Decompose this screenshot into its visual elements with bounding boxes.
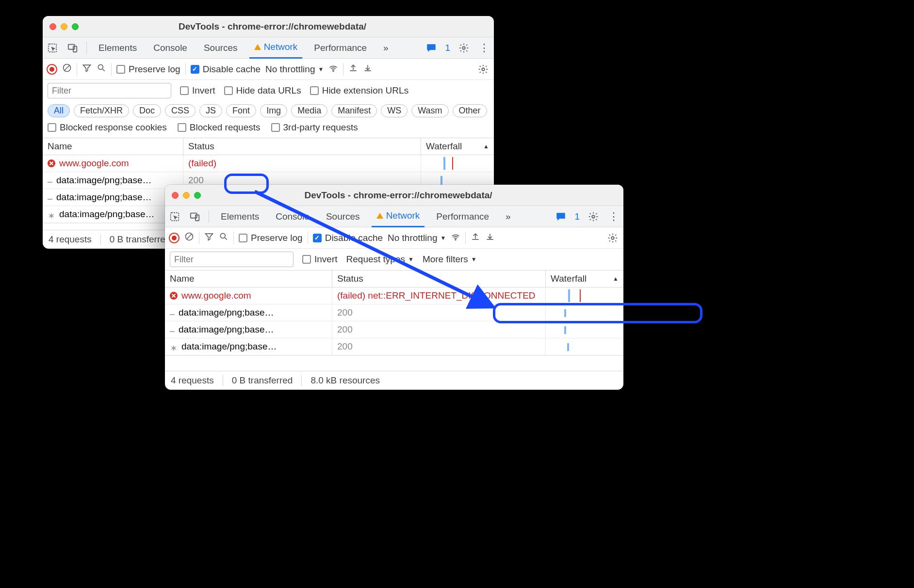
hide-data-urls-checkbox[interactable]: Hide data URLs [224,85,301,96]
blocked-requests-checkbox[interactable]: Blocked requests [178,122,261,133]
col-name[interactable]: Name [43,138,183,155]
tab-sources[interactable]: Sources [199,37,243,59]
record-button[interactable] [47,64,57,75]
close-traffic-button[interactable] [49,23,56,30]
table-row[interactable]: data:image/png;base… 200 [165,304,623,321]
error-icon [170,292,178,300]
search-icon[interactable] [97,63,106,75]
separator [209,210,209,223]
col-waterfall[interactable]: Waterfall▲ [421,138,494,155]
network-settings-icon[interactable] [606,231,620,245]
tab-network[interactable]: Network [372,206,425,227]
tab-performance[interactable]: Performance [309,37,372,59]
filter-icon[interactable] [82,63,92,75]
kebab-menu-icon[interactable]: ⋮ [607,210,620,223]
dataurl-icon [48,182,52,183]
separator [185,63,186,76]
export-har-icon[interactable] [485,232,495,244]
issues-count: 1 [574,211,580,222]
settings-icon[interactable] [457,41,471,55]
more-filters-dropdown[interactable]: More filters▼ [423,254,477,265]
separator [86,42,87,54]
devtools-window-2: DevTools - chrome-error://chromewebdata/… [165,185,623,390]
issues-icon[interactable] [424,41,438,55]
tab-elements[interactable]: Elements [216,206,264,227]
status-footer: 4 requests 0 B transferred 8.0 kB resour… [165,371,623,390]
settings-icon[interactable] [587,210,600,223]
import-har-icon[interactable] [471,232,480,244]
device-toggle-icon[interactable] [66,41,80,55]
throttling-select[interactable]: No throttling▼ [265,64,324,75]
table-row[interactable]: data:image/png;base… 200 [165,321,623,338]
chip-all[interactable]: All [48,104,70,117]
close-traffic-button[interactable] [172,192,179,199]
chip-doc[interactable]: Doc [133,104,161,117]
clear-button[interactable] [184,232,194,244]
issues-icon[interactable] [554,210,568,223]
chip-media[interactable]: Media [291,104,327,117]
filter-input[interactable] [170,252,294,267]
tab-performance[interactable]: Performance [431,206,494,227]
col-waterfall[interactable]: Waterfall▲ [546,270,623,287]
devtools-tabs: Elements Console Sources Network Perform… [43,37,494,59]
dataurl-icon [48,199,52,200]
network-toolbar: Preserve log Disable cache No throttling… [165,227,623,249]
record-button[interactable] [169,233,180,243]
table-row[interactable]: www.google.com (failed) net::ERR_INTERNE… [165,287,623,304]
request-types-dropdown[interactable]: Request types▼ [346,254,414,265]
inspect-icon[interactable] [168,210,181,223]
tab-sources[interactable]: Sources [321,206,365,227]
col-status[interactable]: Status [332,270,546,287]
chip-img[interactable]: Img [260,104,287,117]
svg-point-14 [456,239,457,240]
kebab-menu-icon[interactable]: ⋮ [477,41,491,55]
chip-wasm[interactable]: Wasm [411,104,448,117]
table-row[interactable]: www.google.com (failed) [43,155,494,172]
error-icon [48,159,55,167]
preserve-log-checkbox[interactable]: Preserve log [116,64,180,75]
svg-point-13 [220,233,225,238]
device-toggle-icon[interactable] [188,210,202,223]
chip-font[interactable]: Font [226,104,256,117]
search-icon[interactable] [219,232,228,244]
filter-input[interactable] [48,83,171,98]
filter-icon[interactable] [204,232,214,244]
chip-fetch-xhr[interactable]: Fetch/XHR [74,104,129,117]
blocked-cookies-checkbox[interactable]: Blocked response cookies [48,122,167,133]
request-table: www.google.com (failed) net::ERR_INTERNE… [165,287,623,355]
network-conditions-icon[interactable] [328,63,338,75]
tab-elements[interactable]: Elements [94,37,142,59]
chip-other[interactable]: Other [453,104,487,117]
titlebar[interactable]: DevTools - chrome-error://chromewebdata/ [43,16,494,37]
network-conditions-icon[interactable] [451,232,460,244]
tab-network[interactable]: Network [249,37,303,59]
chip-js[interactable]: JS [199,104,222,117]
chip-manifest[interactable]: Manifest [331,104,377,117]
invert-checkbox[interactable]: Invert [302,254,338,265]
clear-button[interactable] [62,63,72,75]
export-har-icon[interactable] [363,63,373,75]
import-har-icon[interactable] [348,63,358,75]
disable-cache-checkbox[interactable]: Disable cache [313,233,383,243]
col-status[interactable]: Status [183,138,421,155]
titlebar[interactable]: DevTools - chrome-error://chromewebdata/ [165,185,623,206]
hide-extension-urls-checkbox[interactable]: Hide extension URLs [310,85,408,96]
tab-console[interactable]: Console [148,37,192,59]
dataurl-icon [170,314,175,315]
preserve-log-checkbox[interactable]: Preserve log [239,233,303,243]
invert-checkbox[interactable]: Invert [180,85,215,96]
third-party-checkbox[interactable]: 3rd-party requests [271,122,358,133]
tab-more[interactable]: » [501,206,516,227]
type-filter-chips: All Fetch/XHR Doc CSS JS Font Img Media … [43,101,494,122]
chip-css[interactable]: CSS [165,104,196,117]
inspect-icon[interactable] [46,41,59,55]
table-row[interactable]: ✶data:image/png;base… 200 [165,338,623,355]
tab-console[interactable]: Console [271,206,314,227]
col-name[interactable]: Name [165,270,332,287]
chip-ws[interactable]: WS [381,104,408,117]
tab-more[interactable]: » [378,37,393,59]
disable-cache-checkbox[interactable]: Disable cache [191,64,261,75]
network-toolbar: Preserve log Disable cache No throttling… [43,59,494,80]
network-settings-icon[interactable] [476,63,490,76]
throttling-select[interactable]: No throttling▼ [388,233,446,243]
